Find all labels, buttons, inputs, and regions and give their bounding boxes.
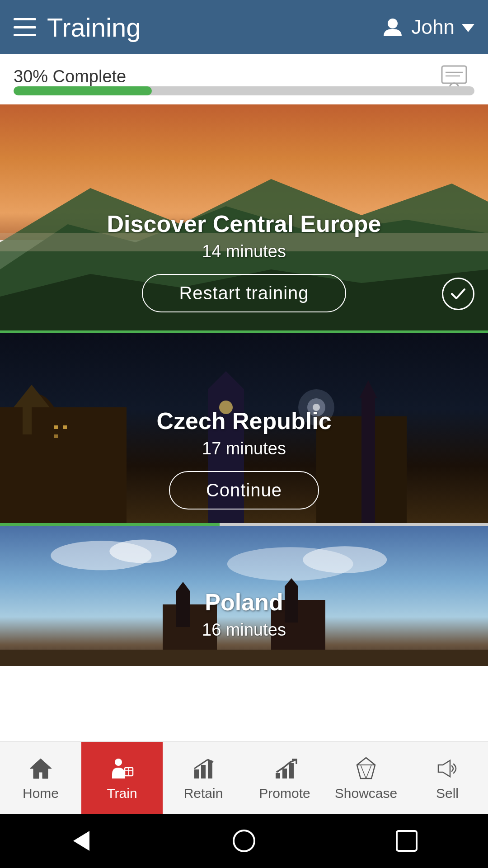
card-czech-republic: Czech Republic 17 minutes Continue bbox=[0, 333, 488, 523]
progress-label: 30% Complete bbox=[14, 67, 126, 86]
svg-rect-1 bbox=[442, 66, 466, 83]
nav-item-showcase[interactable]: Showcase bbox=[325, 742, 407, 814]
continue-button[interactable]: Continue bbox=[169, 471, 319, 509]
svg-line-48 bbox=[357, 765, 361, 778]
svg-rect-40 bbox=[282, 769, 287, 778]
restart-training-button[interactable]: Restart training bbox=[142, 274, 346, 312]
svg-rect-41 bbox=[289, 763, 294, 778]
home-button[interactable] bbox=[228, 825, 260, 857]
progress-section: 30% Complete bbox=[0, 54, 488, 104]
svg-line-44 bbox=[357, 758, 366, 765]
svg-point-32 bbox=[115, 759, 122, 766]
back-button[interactable] bbox=[66, 825, 97, 857]
card-3-content: Poland 16 minutes bbox=[0, 589, 488, 652]
chevron-down-icon bbox=[462, 24, 474, 32]
recents-button[interactable] bbox=[391, 825, 422, 857]
menu-button[interactable] bbox=[14, 18, 36, 36]
svg-rect-37 bbox=[201, 765, 206, 778]
card-discover-central-europe: Discover Central Europe 14 minutes Resta… bbox=[0, 104, 488, 330]
progress-bar-fill bbox=[14, 86, 152, 95]
app-header: Training John bbox=[0, 0, 488, 54]
android-nav-bar bbox=[0, 814, 488, 868]
nav-showcase-label: Showcase bbox=[335, 786, 397, 801]
bottom-navigation: Home Train Retai bbox=[0, 741, 488, 814]
svg-point-23 bbox=[109, 539, 177, 563]
card-1-content: Discover Central Europe 14 minutes Resta… bbox=[0, 210, 488, 312]
svg-line-45 bbox=[366, 758, 375, 765]
nav-item-train[interactable]: Train bbox=[81, 742, 163, 814]
home-icon bbox=[27, 755, 54, 782]
card-2-duration: 17 minutes bbox=[202, 439, 286, 458]
promote-icon bbox=[271, 755, 298, 782]
card-2-content: Czech Republic 17 minutes Continue bbox=[0, 407, 488, 509]
nav-promote-label: Promote bbox=[259, 786, 310, 801]
nav-home-label: Home bbox=[23, 786, 59, 801]
nav-train-label: Train bbox=[107, 786, 137, 801]
page-title: Training bbox=[47, 12, 141, 42]
sell-icon bbox=[434, 755, 461, 782]
user-name-label: John bbox=[412, 16, 455, 38]
checkmark-icon bbox=[448, 284, 468, 304]
card-3-duration: 16 minutes bbox=[202, 620, 286, 640]
svg-line-49 bbox=[371, 765, 375, 778]
progress-bar bbox=[14, 86, 474, 95]
nav-item-promote[interactable]: Promote bbox=[244, 742, 325, 814]
nav-retain-label: Retain bbox=[184, 786, 223, 801]
nav-item-retain[interactable]: Retain bbox=[163, 742, 244, 814]
card-poland: Poland 16 minutes bbox=[0, 526, 488, 666]
card-3-title: Poland bbox=[205, 589, 283, 616]
svg-line-46 bbox=[361, 765, 366, 778]
completed-badge bbox=[442, 278, 474, 310]
svg-line-47 bbox=[366, 765, 371, 778]
nav-sell-label: Sell bbox=[436, 786, 459, 801]
svg-point-25 bbox=[303, 546, 387, 573]
card-1-title: Discover Central Europe bbox=[107, 210, 381, 237]
user-avatar-icon bbox=[381, 15, 404, 39]
retain-icon bbox=[190, 755, 217, 782]
svg-rect-36 bbox=[194, 769, 199, 778]
header-left: Training bbox=[14, 12, 141, 42]
svg-marker-31 bbox=[30, 759, 52, 778]
showcase-icon bbox=[352, 755, 380, 782]
user-menu-button[interactable]: John bbox=[381, 15, 474, 39]
nav-item-sell[interactable]: Sell bbox=[407, 742, 488, 814]
card-2-title: Czech Republic bbox=[156, 407, 331, 434]
svg-point-0 bbox=[388, 19, 398, 28]
nav-item-home[interactable]: Home bbox=[0, 742, 81, 814]
train-icon bbox=[108, 755, 136, 782]
card-1-duration: 14 minutes bbox=[202, 242, 286, 261]
svg-rect-39 bbox=[276, 773, 280, 778]
